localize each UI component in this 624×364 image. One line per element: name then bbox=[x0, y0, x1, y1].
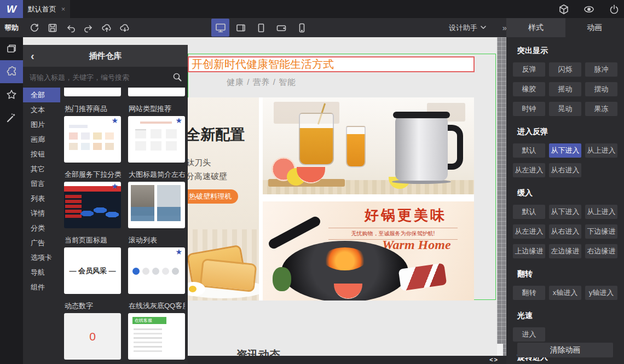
animation-option-button[interactable]: 默认 bbox=[513, 143, 545, 158]
category-item[interactable]: 全部 bbox=[23, 88, 60, 102]
device-phone-landscape-icon[interactable] bbox=[272, 19, 290, 37]
animation-option-button[interactable]: 晃动 bbox=[549, 102, 581, 116]
news-section-heading[interactable]: 资讯动态 bbox=[236, 348, 280, 356]
plugin-item-thumbnail[interactable] bbox=[128, 182, 185, 228]
preview-eye-icon[interactable] bbox=[583, 4, 594, 15]
scrollbar-thumb[interactable] bbox=[497, 344, 503, 356]
design-assistant-dropdown[interactable]: 设计助手 bbox=[449, 18, 486, 37]
app-logo[interactable]: W bbox=[0, 0, 23, 18]
page-tab[interactable]: 默认首页 × bbox=[23, 0, 70, 18]
redo-icon[interactable] bbox=[83, 21, 95, 34]
plugin-item-thumbnail[interactable]: 在线客服 bbox=[128, 313, 185, 360]
category-item[interactable]: 其它 bbox=[23, 161, 60, 176]
category-item[interactable]: 分类 bbox=[23, 221, 60, 235]
animation-option-button[interactable]: 从下进入 bbox=[549, 143, 581, 158]
favorite-star-icon[interactable]: ★ bbox=[111, 182, 118, 190]
animation-option-button[interactable]: 从右进入 bbox=[549, 224, 581, 239]
animation-option-button[interactable]: 闪烁 bbox=[549, 62, 581, 77]
animation-option-button[interactable]: 脉冲 bbox=[585, 62, 617, 77]
plugin-item[interactable]: 动态数字0 bbox=[64, 301, 121, 360]
page-subheading[interactable]: 健康 / 营养 / 智能 bbox=[227, 77, 296, 88]
category-item[interactable]: 选项卡 bbox=[23, 250, 60, 265]
animation-option-button[interactable]: 从右进入 bbox=[549, 163, 581, 177]
plugin-item[interactable]: 大图标题简介左右切... bbox=[128, 170, 185, 228]
animation-option-button[interactable]: 下边缘进 bbox=[585, 224, 617, 239]
clear-animation-button[interactable]: 清除动画 bbox=[517, 343, 613, 357]
animation-option-button[interactable]: 橡胶 bbox=[513, 82, 545, 96]
favorite-star-icon[interactable]: ★ bbox=[175, 248, 182, 256]
animation-option-button[interactable]: 从左进入 bbox=[513, 224, 545, 239]
category-item[interactable]: 留言 bbox=[23, 176, 60, 191]
sidebar-item-favorites[interactable] bbox=[0, 83, 23, 106]
plugin-item[interactable]: 滚动列表★ bbox=[128, 235, 185, 294]
sidebar-item-pages[interactable] bbox=[0, 37, 23, 60]
category-item[interactable]: 文本 bbox=[23, 102, 60, 117]
kettle-photo[interactable] bbox=[263, 97, 474, 194]
category-item[interactable]: 按钮 bbox=[23, 147, 60, 161]
save-icon[interactable] bbox=[47, 21, 59, 34]
code-view-icon[interactable]: <> bbox=[489, 356, 499, 363]
animation-option-button[interactable]: x轴进入 bbox=[549, 286, 581, 300]
tab-animation[interactable]: 动画 bbox=[565, 18, 624, 37]
publish-cube-icon[interactable] bbox=[558, 4, 569, 15]
plugin-search-input[interactable] bbox=[23, 73, 188, 82]
animation-option-button[interactable]: y轴进入 bbox=[585, 286, 617, 300]
plugin-item[interactable]: 热门推荐商品★ bbox=[64, 104, 121, 163]
blender-banner-image[interactable]: 全新配置 钛刀头 分高速破壁 热破壁料理机 bbox=[188, 97, 259, 301]
power-exit-icon[interactable] bbox=[609, 4, 620, 15]
category-item[interactable]: 广告 bbox=[23, 235, 60, 250]
favorite-star-icon[interactable]: ★ bbox=[175, 117, 182, 124]
category-item[interactable]: 组件 bbox=[23, 280, 60, 294]
device-desktop-icon[interactable] bbox=[211, 19, 229, 37]
plugin-item-thumbnail[interactable]: ★ bbox=[128, 247, 185, 294]
animation-option-button[interactable]: 进入 bbox=[513, 327, 545, 342]
undo-icon[interactable] bbox=[65, 21, 77, 34]
category-item[interactable]: 画廊 bbox=[23, 132, 60, 147]
device-laptop-icon[interactable] bbox=[232, 19, 250, 37]
favorite-star-icon[interactable]: ★ bbox=[111, 117, 118, 124]
animation-option-button[interactable]: 反弹 bbox=[513, 62, 545, 77]
animation-option-button[interactable]: 从左进入 bbox=[513, 163, 545, 177]
plugin-card-partial[interactable] bbox=[64, 88, 121, 96]
animation-option-button[interactable]: 默认 bbox=[513, 205, 545, 219]
device-tablet-icon[interactable] bbox=[252, 19, 270, 37]
plugin-item[interactable]: 全部服务下拉分类带...★ bbox=[64, 170, 121, 228]
sidebar-item-plugins[interactable] bbox=[0, 60, 23, 83]
category-item[interactable]: 图片 bbox=[23, 117, 60, 132]
plugin-item-thumbnail[interactable]: — 会员风采 — bbox=[64, 247, 121, 294]
category-item[interactable]: 导航 bbox=[23, 265, 60, 280]
device-phone-icon[interactable] bbox=[292, 19, 310, 37]
cloud-download-icon[interactable] bbox=[119, 21, 131, 34]
plugin-item-thumbnail[interactable]: ★ bbox=[64, 116, 121, 163]
back-arrow-icon[interactable]: ‹ bbox=[31, 45, 34, 67]
category-item[interactable]: 详情 bbox=[23, 206, 60, 221]
animation-option-button[interactable]: 摆动 bbox=[585, 82, 617, 96]
animation-option-button[interactable]: 果冻 bbox=[585, 102, 617, 116]
animation-option-button[interactable]: 从上进入 bbox=[585, 143, 617, 158]
close-tab-icon[interactable]: × bbox=[61, 5, 66, 13]
plugin-item-thumbnail[interactable]: ★ bbox=[64, 182, 121, 228]
category-item[interactable]: 列表 bbox=[23, 191, 60, 206]
search-icon[interactable] bbox=[172, 72, 182, 84]
refresh-icon[interactable] bbox=[28, 21, 41, 34]
sidebar-item-tools[interactable] bbox=[0, 106, 23, 129]
plugin-item-thumbnail[interactable]: 0 bbox=[64, 313, 121, 360]
plugin-item[interactable]: 当前页面标题— 会员风采 — bbox=[64, 235, 121, 294]
wok-banner-image[interactable]: 好锅更美味 无忧购物，至诚服务为你保驾护航! Warm Home bbox=[263, 201, 474, 301]
selected-heading-block[interactable]: 开创新时代健康智能生活方式 bbox=[188, 56, 475, 72]
animation-option-button[interactable]: 右边缘进 bbox=[585, 244, 617, 258]
selected-section-outline[interactable]: 开创新时代健康智能生活方式 健康 / 营养 / 智能 全新配置 钛刀头 分高速破… bbox=[188, 54, 496, 300]
cloud-upload-icon[interactable] bbox=[101, 21, 113, 34]
help-button[interactable]: 帮助 bbox=[4, 18, 19, 37]
canvas-scrollbar[interactable] bbox=[497, 37, 506, 356]
animation-option-button[interactable]: 左边缘进 bbox=[549, 244, 581, 258]
plugin-item[interactable]: 网站类型推荐★ bbox=[128, 104, 185, 163]
animation-option-button[interactable]: 从下进入 bbox=[549, 205, 581, 219]
tab-style[interactable]: 样式 bbox=[506, 18, 565, 37]
plugin-item-thumbnail[interactable]: ★ bbox=[128, 116, 185, 163]
animation-option-button[interactable]: 翻转 bbox=[513, 286, 545, 300]
animation-option-button[interactable]: 从上进入 bbox=[585, 205, 617, 219]
animation-option-button[interactable]: 摇动 bbox=[549, 82, 581, 96]
plugin-card-partial[interactable] bbox=[128, 88, 185, 96]
animation-option-button[interactable]: 时钟 bbox=[513, 102, 545, 116]
